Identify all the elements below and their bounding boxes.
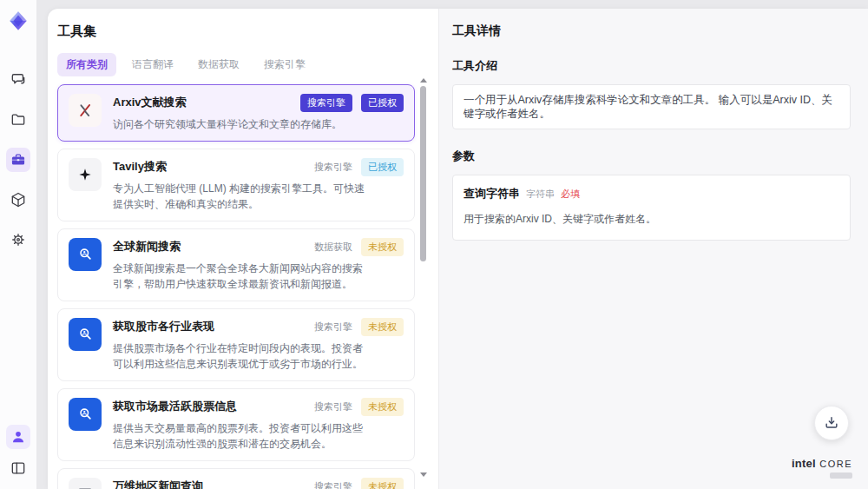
category-badge: 搜索引擎	[300, 94, 352, 112]
tool-name: Arxiv文献搜索	[113, 94, 187, 110]
category-badge: 搜索引擎	[314, 478, 352, 489]
tool-description: 访问各个研究领域大量科学论文和文章的存储库。	[113, 116, 366, 132]
intel-core-logo: intel core	[792, 457, 852, 479]
app-logo-icon[interactable]	[4, 7, 32, 35]
intel-ultra-mark	[830, 472, 852, 479]
category-tabs: 所有类别 语言翻译 数据获取 搜索引擎	[57, 53, 438, 76]
gear-icon	[10, 231, 27, 248]
sidebar-item-toolbox[interactable]	[6, 148, 30, 172]
auth-badge: 已授权	[361, 158, 404, 176]
tool-description: 专为人工智能代理 (LLM) 构建的搜索引擎工具。可快速提供实时、准确和真实的结…	[113, 181, 366, 212]
download-icon	[823, 414, 840, 432]
tab-data-fetch[interactable]: 数据获取	[189, 53, 248, 76]
param-required-badge: 必填	[561, 188, 580, 201]
search-person-icon	[69, 318, 102, 351]
user-icon	[10, 428, 27, 446]
category-badge: 数据获取	[314, 238, 352, 256]
sidebar-item-projects[interactable]	[6, 108, 30, 132]
tool-card-body: 万维地区新闻查询 搜索引擎 未授权 查询具体行政区划内的新闻，快速了解各地新闻动	[113, 478, 404, 489]
tool-card-arxiv[interactable]: Arxiv文献搜索 搜索引擎 已授权 访问各个研究领域大量科学论文和文章的存储库…	[57, 84, 415, 142]
category-badge: 搜索引擎	[314, 318, 352, 336]
tool-list: Arxiv文献搜索 搜索引擎 已授权 访问各个研究领域大量科学论文和文章的存储库…	[57, 84, 415, 489]
tab-language-translation[interactable]: 语言翻译	[123, 53, 182, 76]
tool-name: 获取市场最活跃股票信息	[113, 398, 237, 414]
tool-description: 提供当天交易量最高的股票列表。投资者可以利用这些信息来识别流动性强的股票和潜在的…	[113, 420, 366, 452]
tab-search-engine[interactable]: 搜索引擎	[255, 53, 314, 76]
tool-card-regional-news[interactable]: 万维地区新闻查询 搜索引擎 未授权 查询具体行政区划内的新闻，快速了解各地新闻动	[57, 468, 415, 489]
auth-badge: 未授权	[361, 398, 404, 416]
page-title: 工具集	[57, 23, 438, 40]
tool-name: 万维地区新闻查询	[113, 478, 203, 489]
tool-name: Tavily搜索	[113, 158, 167, 175]
param-type: 字符串	[526, 188, 555, 201]
chat-icon	[10, 71, 27, 89]
tool-card-body: 获取股市各行业表现 搜索引擎 未授权 提供股票市场各个行业在特定时间段内的表现。…	[113, 318, 404, 372]
param-name: 查询字符串	[464, 186, 520, 202]
sidebar-item-account[interactable]	[6, 425, 30, 449]
tool-card-tavily[interactable]: Tavily搜索 搜索引擎 已授权 专为人工智能代理 (LLM) 构建的搜索引擎…	[57, 149, 415, 221]
sidebar-nav	[6, 68, 30, 252]
intro-text: 一个用于从Arxiv存储库搜索科学论文和文章的工具。 输入可以是Arxiv ID…	[464, 93, 839, 121]
tab-all-categories[interactable]: 所有类别	[57, 53, 116, 76]
category-badge: 搜索引擎	[314, 398, 352, 416]
tool-card-global-news[interactable]: 全球新闻搜索 数据获取 未授权 全球新闻搜索是一个聚合全球各大新闻网站内容的搜索…	[57, 228, 415, 301]
tool-details-panel: 工具详情 工具介绍 一个用于从Arxiv存储库搜索科学论文和文章的工具。 输入可…	[438, 9, 868, 489]
tool-name: 获取股市各行业表现	[113, 318, 214, 334]
arxiv-logo-icon	[69, 94, 102, 127]
scroll-down-arrow-icon[interactable]	[420, 472, 427, 477]
search-person-icon	[69, 398, 102, 431]
auth-badge: 未授权	[361, 318, 404, 336]
tools-panel: 工具集 所有类别 语言翻译 数据获取 搜索引擎 Arxiv文献搜索	[48, 9, 438, 489]
tool-card-body: Arxiv文献搜索 搜索引擎 已授权 访问各个研究领域大量科学论文和文章的存储库…	[113, 94, 404, 132]
auth-badge: 未授权	[361, 478, 404, 489]
newspaper-icon	[69, 478, 102, 489]
scroll-up-arrow-icon[interactable]	[420, 78, 427, 83]
param-description: 用于搜索的Arxiv ID、关键字或作者姓名。	[464, 212, 839, 227]
sidebar-bottom	[6, 425, 30, 480]
tool-card-body: 获取市场最活跃股票信息 搜索引擎 未授权 提供当天交易量最高的股票列表。投资者可…	[113, 398, 404, 452]
intel-wordmark: intel	[792, 457, 816, 470]
tool-card-body: 全球新闻搜索 数据获取 未授权 全球新闻搜索是一个聚合全球各大新闻网站内容的搜索…	[113, 238, 404, 292]
auth-badge: 未授权	[361, 238, 404, 256]
tool-card-body: Tavily搜索 搜索引擎 已授权 专为人工智能代理 (LLM) 构建的搜索引擎…	[113, 158, 404, 212]
main-panel: 工具集 所有类别 语言翻译 数据获取 搜索引擎 Arxiv文献搜索	[48, 9, 868, 489]
panel-toggle-icon	[10, 459, 27, 477]
app-sidebar	[0, 0, 36, 489]
folder-icon	[10, 111, 27, 129]
sidebar-item-packages[interactable]	[6, 188, 30, 212]
core-wordmark: core	[819, 459, 852, 469]
briefcase-icon	[10, 151, 27, 169]
tool-name: 全球新闻搜索	[113, 238, 181, 254]
auth-badge: 已授权	[361, 94, 404, 112]
scrollbar	[419, 78, 427, 477]
tool-description: 提供股票市场各个行业在特定时间段内的表现。投资者可以利用这些信息来识别表现优于或…	[113, 340, 366, 372]
sidebar-item-settings[interactable]	[6, 228, 30, 252]
search-person-icon	[69, 238, 102, 271]
details-title: 工具详情	[452, 23, 851, 39]
tavily-star-icon	[69, 158, 102, 191]
cube-icon	[10, 191, 27, 208]
tool-card-sector-performance[interactable]: 获取股市各行业表现 搜索引擎 未授权 提供股票市场各个行业在特定时间段内的表现。…	[57, 308, 415, 381]
sidebar-item-panel-toggle[interactable]	[6, 456, 30, 480]
scrollbar-thumb[interactable]	[420, 86, 426, 261]
param-box: 查询字符串 字符串 必填 用于搜索的Arxiv ID、关键字或作者姓名。	[452, 175, 851, 241]
tool-card-active-stocks[interactable]: 获取市场最活跃股票信息 搜索引擎 未授权 提供当天交易量最高的股票列表。投资者可…	[57, 388, 415, 461]
params-section-title: 参数	[452, 149, 851, 164]
category-badge: 搜索引擎	[314, 158, 352, 176]
intro-box: 一个用于从Arxiv存储库搜索科学论文和文章的工具。 输入可以是Arxiv ID…	[452, 84, 851, 129]
intro-section-title: 工具介绍	[452, 58, 851, 74]
download-button[interactable]	[814, 406, 849, 440]
tool-description: 全球新闻搜索是一个聚合全球各大新闻网站内容的搜索引擎，帮助用户快速获取全球最新资…	[113, 261, 366, 292]
sidebar-item-chat[interactable]	[6, 68, 30, 92]
